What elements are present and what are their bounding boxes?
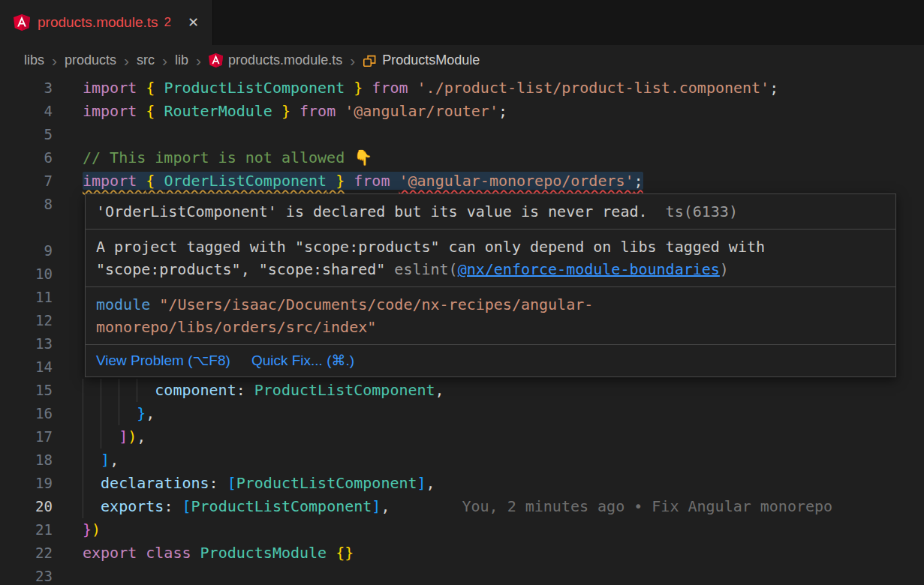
code-line-15[interactable]: 15component: ProductListComponent, (0, 379, 924, 402)
code-content: ], (83, 448, 119, 472)
hover-text: A project tagged with "scope:products" c… (96, 238, 765, 256)
code-content: export class ProductsModule {} (83, 542, 354, 565)
breadcrumb-label: products (65, 52, 116, 68)
indent-guide (137, 379, 155, 402)
code-line-19[interactable]: 19declarations: [ProductListComponent], (0, 472, 924, 495)
code-content: import { OrderListComponent } from '@ang… (83, 170, 643, 193)
code-line-18[interactable]: 18], (0, 448, 924, 472)
tab-products-module-ts[interactable]: products.module.ts 2 ✕ (0, 0, 213, 45)
breadcrumb-separator-icon: › (162, 52, 167, 68)
indent-guide (83, 425, 101, 448)
code-content: component: ProductListComponent, (83, 379, 444, 402)
code-content: }, (83, 402, 155, 425)
line-number: 3 (0, 76, 53, 100)
hover-text: eslint( (394, 260, 457, 278)
line-number: 11 (0, 286, 53, 309)
git-blame-annotation: You, 2 minutes ago • Fix Angular monorep… (462, 497, 832, 515)
breadcrumb-item-lib[interactable]: lib (175, 52, 188, 68)
line-number: 19 (0, 472, 53, 495)
line-number: 18 (0, 448, 53, 472)
code-line-17[interactable]: 17]), (0, 425, 924, 448)
error-squiggle-token: '@angular-monorepo/orders' (399, 172, 634, 190)
code-line-23[interactable]: 23 (0, 565, 924, 585)
code-line-5[interactable]: 5 (0, 123, 924, 146)
line-number: 10 (0, 262, 53, 286)
indent-guide (101, 425, 119, 448)
line-number: 22 (0, 542, 53, 565)
hover-section-ts-diagnostic: 'OrderListComponent' is declared but its… (86, 194, 895, 230)
error-squiggle-token: ; (634, 172, 643, 190)
hover-text: module (96, 296, 159, 314)
code-line-6[interactable]: 6// This import is not allowed 👇 (0, 146, 924, 170)
vscode-window: products.module.ts 2 ✕ libs›products›src… (0, 0, 924, 585)
indent-guide (119, 379, 137, 402)
hover-text: "/Users/isaac/Documents/code/nx-recipes/… (159, 296, 593, 314)
breadcrumb-label: src (137, 52, 155, 68)
breadcrumb-label: ProductsModule (382, 52, 480, 68)
code-line-22[interactable]: 22export class ProductsModule {} (0, 542, 924, 565)
line-number: 8 (0, 193, 53, 239)
indent-guide (119, 402, 137, 425)
code-content: // This import is not allowed 👇 (83, 146, 372, 170)
breadcrumb-item-productsmodule[interactable]: ProductsModule (363, 52, 480, 68)
code-content: import { RouterModule } from '@angular/r… (83, 100, 507, 123)
eslint-rule-link[interactable]: @nx/enforce-module-boundaries (458, 260, 720, 278)
code-content: }) (83, 518, 101, 542)
angular-icon (14, 14, 30, 31)
tab-bar: products.module.ts 2 ✕ (0, 0, 924, 45)
breadcrumb: libs›products›src›lib›products.module.ts… (0, 45, 924, 75)
indent-guide (83, 495, 101, 518)
breadcrumb-label: libs (24, 52, 44, 68)
code-line-4[interactable]: 4import { RouterModule } from '@angular/… (0, 100, 924, 123)
breadcrumb-separator-icon: › (350, 52, 355, 68)
indent-guide (83, 448, 101, 472)
quick-fix-action[interactable]: Quick Fix... (⌘.) (251, 352, 354, 369)
line-number: 21 (0, 518, 53, 542)
class-symbol-icon (363, 53, 377, 68)
hover-range-highlight: import { OrderListComponent } from '@ang… (83, 172, 643, 190)
warning-squiggle-token: OrderListComponent (164, 172, 327, 190)
breadcrumb-separator-icon: › (52, 52, 57, 68)
code-line-16[interactable]: 16}, (0, 402, 924, 425)
line-number: 9 (0, 239, 53, 262)
angular-icon (209, 53, 223, 68)
hover-section-eslint-diagnostic: A project tagged with "scope:products" c… (86, 230, 895, 287)
breadcrumb-item-products-module-ts[interactable]: products.module.ts (209, 52, 342, 68)
line-number: 17 (0, 425, 53, 448)
code-line-20[interactable]: 20exports: [ProductListComponent],You, 2… (0, 495, 924, 518)
breadcrumb-item-src[interactable]: src (137, 52, 155, 68)
code-content: import { ProductListComponent } from './… (83, 76, 778, 100)
line-number: 5 (0, 123, 53, 146)
indent-guide (83, 402, 101, 425)
breadcrumb-label: products.module.ts (228, 52, 342, 68)
indent-guide (83, 472, 101, 495)
editor[interactable]: 3import { ProductListComponent } from '.… (0, 75, 924, 585)
line-number: 12 (0, 309, 53, 332)
indent-guide (83, 379, 101, 402)
breadcrumb-separator-icon: › (196, 52, 201, 68)
line-number: 6 (0, 146, 53, 170)
line-number: 14 (0, 356, 53, 379)
breadcrumb-item-libs[interactable]: libs (24, 52, 44, 68)
view-problem-action[interactable]: View Problem (⌥F8) (96, 352, 230, 369)
line-number: 13 (0, 332, 53, 356)
line-number: 16 (0, 402, 53, 425)
warning-squiggle-token: { (146, 172, 164, 190)
line-number: 23 (0, 565, 53, 585)
code-line-3[interactable]: 3import { ProductListComponent } from '.… (0, 76, 924, 100)
code-line-7[interactable]: 7import { OrderListComponent } from '@an… (0, 170, 924, 193)
indent-guide (101, 402, 119, 425)
indent-guide (101, 379, 119, 402)
code-content: exports: [ProductListComponent],You, 2 m… (83, 495, 832, 518)
warning-squiggle-token: } (327, 172, 345, 190)
warning-squiggle-token: import (83, 172, 146, 190)
hover-text: 'OrderListComponent' is declared but its… (96, 202, 648, 220)
hover-action-bar: View Problem (⌥F8)Quick Fix... (⌘.) (86, 345, 895, 376)
code-content: ]), (83, 425, 146, 448)
code-line-21[interactable]: 21}) (0, 518, 924, 542)
hover-section-module-info: module "/Users/isaac/Documents/code/nx-r… (86, 287, 895, 345)
close-icon[interactable]: ✕ (188, 14, 199, 31)
code-content: declarations: [ProductListComponent], (83, 472, 435, 495)
hover-text: monorepo/libs/orders/src/index" (96, 318, 376, 336)
breadcrumb-item-products[interactable]: products (65, 52, 116, 68)
